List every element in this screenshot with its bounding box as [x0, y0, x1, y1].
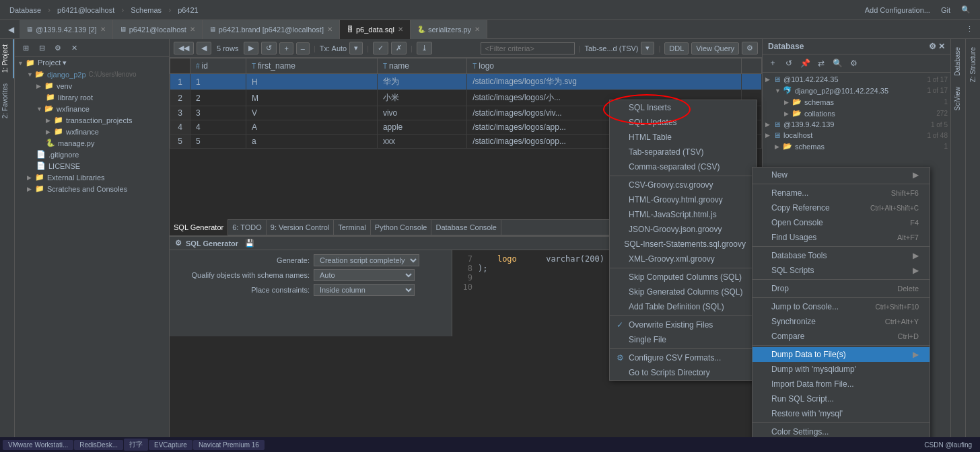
menu-dump-data[interactable]: Dump Data to File(s) ▶	[753, 347, 930, 362]
tab-p6data-close[interactable]: ✕	[398, 26, 403, 33]
tx-dropdown-btn[interactable]: ▾	[349, 42, 363, 54]
top-bar-host[interactable]: p6421@localhost	[52, 5, 120, 15]
tab-options-icon[interactable]: ⋮	[962, 25, 977, 34]
menu-html-groovy[interactable]: HTML-Groovy.html.groovy	[610, 192, 757, 207]
menu-open-console[interactable]: Open Console F4	[753, 215, 930, 230]
menu-run-sql[interactable]: Run SQL Script...	[753, 391, 930, 406]
bottom-tab-sqlgen[interactable]: SQL Generator	[170, 219, 228, 235]
menu-drop[interactable]: Drop Delete	[753, 281, 930, 296]
tree-django101[interactable]: ▼ 🐬 django_p2p@101.42.224.35 1 of 17	[763, 85, 950, 96]
bottom-tab-python[interactable]: Python Console	[371, 219, 432, 235]
tab-terminal1[interactable]: 🖥 @139.9.42.139 [2] ✕	[20, 20, 113, 39]
database-vtab[interactable]: Database	[952, 42, 964, 81]
taskbar-csdn[interactable]: CSDN @laufing	[919, 440, 977, 450]
menu-compare[interactable]: Compare Ctrl+D	[753, 329, 930, 344]
tree-localhost[interactable]: ▶ 🖥 localhost 1 of 48	[763, 130, 950, 141]
menu-xml-groovy[interactable]: XML-Groovy.xml.groovy	[610, 252, 757, 266]
menu-single-file[interactable]: Single File	[610, 332, 757, 347]
constraints-select[interactable]: Inside column	[314, 284, 415, 296]
menu-sql-scripts[interactable]: SQL Scripts ▶	[753, 263, 930, 278]
menu-overwrite[interactable]: ✓ Overwrite Existing Files	[610, 317, 757, 332]
tree-item-wxfinance2[interactable]: ▶ 📁 wxfinance	[15, 126, 169, 137]
taskbar-redisdesk[interactable]: RedisDesk...	[74, 440, 123, 450]
save-icon[interactable]: 💾	[245, 239, 254, 248]
db-refresh-btn[interactable]: ↺	[781, 56, 796, 71]
menu-import-data[interactable]: Import Data from File...	[753, 377, 930, 391]
db-settings-btn[interactable]: ⚙	[846, 56, 861, 71]
tree-collations101[interactable]: ▶ 📂 collations 272	[763, 108, 950, 119]
sidebar-collapse-btn[interactable]: ⊟	[35, 41, 48, 54]
taskbar-evcapture[interactable]: EVCapture	[149, 440, 193, 450]
refresh-btn[interactable]: ↺	[261, 42, 277, 54]
menu-html-table[interactable]: HTML Table	[610, 130, 757, 145]
tree-schemas-lh[interactable]: ▶ 📂 schemas 1	[763, 141, 950, 152]
db-add-btn[interactable]: +	[765, 56, 780, 71]
menu-sql-insert-groovy[interactable]: SQL-Insert-Statements.sql.groovy	[610, 237, 757, 252]
menu-new[interactable]: New ▶	[753, 167, 930, 182]
db-filter-btn[interactable]: 🔍	[830, 56, 845, 71]
menu-find-usages[interactable]: Find Usages Alt+F7	[753, 230, 930, 245]
tab-terminal2-close[interactable]: ✕	[190, 26, 195, 33]
nav-prev-btn[interactable]: ◀	[197, 42, 211, 54]
tab-brand-close[interactable]: ✕	[327, 26, 332, 33]
bottom-tab-db[interactable]: Database Console	[431, 219, 501, 235]
tree-item-project[interactable]: ▼ 📁 Project ▾	[15, 57, 169, 69]
tree-item-django[interactable]: ▼ 📂 django_p2p C:\Users\lenovo	[15, 69, 169, 80]
format-dropdown-btn[interactable]: ▾	[641, 42, 654, 54]
tree-item-manage[interactable]: 🐍 manage.py	[15, 137, 169, 149]
right-panel-settings-btn[interactable]: ⚙	[929, 42, 936, 51]
menu-sql-inserts[interactable]: SQL Inserts	[610, 100, 757, 115]
menu-tab-tsv[interactable]: Tab-separated (TSV)	[610, 145, 757, 159]
view-query-btn[interactable]: View Query	[691, 42, 739, 54]
filter-input[interactable]	[481, 42, 575, 54]
tree-item-license[interactable]: 📄 LICENSE	[15, 160, 169, 172]
menu-dump-mysqldump[interactable]: Dump with 'mysqldump'	[753, 362, 930, 377]
tab-terminal2[interactable]: 🖥 p6421@localhost ✕	[113, 20, 203, 39]
tab-serializers[interactable]: 🐍 serializers.py ✕	[411, 20, 487, 39]
gear-icon[interactable]: ⚙	[175, 239, 182, 248]
tree-at101[interactable]: ▶ 🖥 @101.42.224.35 1 of 17	[763, 74, 950, 85]
menu-restore-mysql[interactable]: Restore with 'mysql'	[753, 406, 930, 421]
right-panel-close-btn[interactable]: ✕	[938, 42, 945, 51]
export-btn[interactable]: ⤓	[417, 42, 432, 54]
ddl-btn[interactable]: DDL	[664, 42, 689, 54]
menu-configure-csv[interactable]: ⚙ Configure CSV Formats...	[610, 350, 757, 365]
menu-skip-computed[interactable]: Skip Computed Columns (SQL)	[610, 270, 757, 285]
project-tab[interactable]: 1: Project	[0, 39, 14, 78]
sidebar-close-btn[interactable]: ✕	[67, 41, 81, 54]
menu-go-scripts[interactable]: Go to Scripts Directory	[610, 365, 757, 380]
db-pin-btn[interactable]: 📌	[798, 56, 812, 71]
qualify-select[interactable]: Auto	[314, 269, 415, 281]
menu-html-js[interactable]: HTML-JavaScript.html.js	[610, 207, 757, 222]
nav-first-btn[interactable]: ◀◀	[174, 42, 194, 54]
sidebar-settings-btn[interactable]: ⚙	[51, 41, 65, 54]
tab-p6data[interactable]: 🗄 p6_data.sql ✕	[340, 20, 411, 39]
top-bar-database[interactable]: Database	[4, 5, 46, 15]
col-header-name[interactable]: Tname	[377, 59, 466, 74]
menu-add-table-def[interactable]: Add Table Definition (SQL)	[610, 299, 757, 314]
menu-jump-console[interactable]: Jump to Console... Ctrl+Shift+F10	[753, 299, 930, 314]
menu-sql-updates[interactable]: SQL Updates	[610, 115, 757, 130]
query-settings-btn[interactable]: ⚙	[742, 42, 758, 54]
table-row[interactable]: 1 1 H 华为 /static/images/logos/华为.svg	[170, 74, 762, 90]
structure-vtab[interactable]: Z: Structure	[968, 42, 978, 87]
commit-btn[interactable]: ✓	[373, 42, 388, 54]
menu-json-groovy[interactable]: JSON-Groovy.json.groovy	[610, 222, 757, 237]
favorites-tab[interactable]: 2: Favorites	[0, 78, 14, 124]
taskbar-vmware[interactable]: VMware Workstati...	[3, 440, 73, 450]
col-header-firstname[interactable]: Tfirst_name	[246, 59, 377, 74]
sciview-vtab[interactable]: SciView	[952, 81, 964, 116]
generate-select[interactable]: Creation script completely	[314, 254, 419, 266]
menu-db-tools[interactable]: Database Tools ▶	[753, 248, 930, 263]
tree-item-external[interactable]: ▶ 📁 External Libraries	[15, 172, 169, 183]
menu-synchronize[interactable]: Synchronize Ctrl+Alt+Y	[753, 314, 930, 329]
tree-at139[interactable]: ▶ 🖥 @139.9.42.139 1 of 5	[763, 119, 950, 130]
menu-comma-csv[interactable]: Comma-separated (CSV)	[610, 159, 757, 174]
sidebar-expand-btn[interactable]: ⊞	[19, 41, 32, 54]
delete-row-btn[interactable]: –	[296, 42, 310, 54]
bottom-tab-vcs[interactable]: 9: Version Control	[267, 219, 334, 235]
top-bar-schema[interactable]: p6421	[172, 5, 204, 15]
tree-schemas101[interactable]: ▶ 📂 schemas 1	[763, 96, 950, 108]
tree-item-library[interactable]: 📁 library root	[15, 91, 169, 103]
tree-item-gitignore[interactable]: 📄 .gitignore	[15, 149, 169, 160]
